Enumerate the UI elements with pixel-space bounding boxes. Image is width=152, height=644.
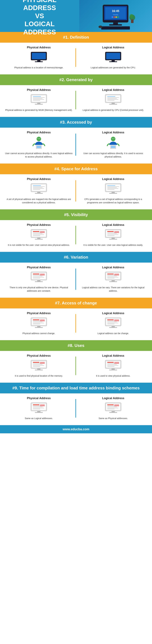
svg-rect-118	[33, 322, 43, 322]
svg-rect-110	[107, 277, 118, 278]
svg-rect-32	[35, 104, 43, 104]
svg-rect-150	[107, 365, 118, 366]
svg-rect-131	[107, 324, 114, 324]
svg-rect-101	[33, 278, 40, 278]
svg-rect-146	[107, 362, 114, 363]
section-wrapper-generated-by: #2. Generated by Physical Address Physic…	[0, 74, 152, 117]
section-content-visibility: Physical Address It is not visible for t…	[0, 220, 152, 252]
svg-rect-23	[109, 61, 117, 62]
svg-rect-168	[107, 407, 117, 407]
svg-rect-10	[109, 24, 122, 26]
svg-rect-90	[107, 234, 118, 235]
section-content-space: Physical Address A set of physical addre…	[0, 174, 152, 209]
svg-rect-36	[107, 97, 119, 98]
svg-rect-128	[107, 322, 117, 322]
svg-rect-163	[35, 412, 43, 413]
svg-rect-166	[107, 404, 114, 405]
svg-rect-109	[114, 274, 119, 276]
logical-icon	[106, 136, 120, 150]
svg-rect-39	[107, 100, 114, 100]
svg-text:Tuesday: Tuesday	[113, 14, 118, 16]
svg-point-6	[113, 16, 115, 18]
logical-title: Logical Address	[102, 131, 124, 134]
logical-text: It is used to view physical address.	[96, 374, 130, 378]
physical-icon	[30, 402, 48, 414]
svg-point-53	[114, 138, 114, 139]
physical-half-visibility: Physical Address It is not visible for t…	[1, 223, 76, 247]
logical-text: It is visible for the user. User can vie…	[83, 244, 143, 247]
header-title-block: PhysicalAddressvsLogicalAddress	[0, 0, 79, 32]
logical-title: Logical Address	[102, 396, 124, 400]
physical-title: Physical Address	[27, 88, 51, 92]
physical-text: Physical address is generated by MUM (Me…	[5, 108, 73, 112]
monitor-colored-icon	[104, 317, 122, 329]
physical-text: Same as Logical addresses.	[25, 417, 53, 420]
monitor-colored-icon	[104, 402, 122, 414]
svg-rect-96	[33, 274, 39, 274]
section-wrapper-access-change: #7. Access of change Physical Address Ph…	[0, 298, 152, 340]
physical-text: Physical address cannot change.	[22, 332, 55, 335]
physical-title: Physical Address	[27, 178, 51, 181]
section-wrapper-variation: #6. Variation Physical Address There is …	[0, 252, 152, 298]
svg-point-7	[115, 16, 117, 18]
physical-icon	[30, 94, 48, 106]
footer: www.educba.com	[0, 425, 152, 433]
svg-rect-68	[107, 186, 119, 187]
header: PhysicalAddressvsLogicalAddress 16:45 Tu…	[0, 0, 152, 32]
svg-point-5	[112, 16, 113, 18]
section-content-uses: Physical Address It is used to find phys…	[0, 351, 152, 382]
monitor-doc-icon	[104, 183, 122, 195]
physical-icon	[30, 317, 48, 330]
logical-icon	[104, 183, 122, 195]
svg-rect-27	[33, 97, 45, 98]
person-icon	[106, 136, 120, 149]
svg-point-46	[39, 138, 40, 139]
logical-icon	[104, 271, 122, 284]
svg-rect-119	[40, 320, 45, 321]
svg-rect-121	[33, 324, 40, 324]
physical-text: User cannot access physical address dire…	[5, 152, 73, 158]
svg-rect-106	[107, 274, 114, 274]
physical-icon	[30, 183, 48, 195]
svg-rect-67	[107, 185, 115, 186]
svg-rect-26	[33, 96, 41, 97]
monitor-colored-icon	[104, 360, 122, 371]
monitor-doc-icon	[30, 94, 48, 106]
section-content-generated-by: Physical Address Physical address is gen…	[0, 85, 152, 116]
svg-point-49	[111, 137, 115, 141]
section-content-time: Physical Address Same as Logical address…	[0, 394, 152, 425]
svg-rect-71	[107, 189, 114, 190]
svg-rect-11	[101, 26, 130, 30]
section-wrapper-definition: #1. Definition Physical Address Physical…	[0, 32, 152, 74]
logical-title: Logical Address	[102, 88, 124, 92]
svg-rect-161	[33, 409, 40, 409]
svg-rect-14	[131, 20, 134, 23]
computer-desk-svg: 16:45 Tuesday	[93, 2, 138, 30]
physical-text: It is not visible for the user. User can…	[8, 244, 70, 247]
logical-icon	[104, 228, 122, 241]
svg-rect-148	[107, 364, 117, 365]
svg-rect-170	[107, 408, 118, 408]
person-icon	[32, 136, 46, 149]
physical-title: Physical Address	[27, 396, 51, 400]
physical-half-definition: Physical Address Physical address is a l…	[1, 46, 76, 69]
svg-rect-70	[107, 188, 118, 189]
logical-icon	[104, 94, 122, 106]
section-wrapper-accessed-by: #3. Accessed by Physical Address User ca…	[0, 117, 152, 164]
section-header-time: #9. Time for compilation and load time a…	[0, 383, 152, 394]
physical-half-access-change: Physical Address Physical address cannot…	[1, 312, 76, 335]
section-header-variation: #6. Variation	[0, 252, 152, 262]
logical-half-accessed-by: Logical Address User can access logical …	[76, 131, 151, 158]
physical-title: Physical Address	[27, 266, 51, 269]
svg-rect-19	[35, 61, 43, 62]
logical-title: Logical Address	[102, 266, 124, 269]
svg-rect-159	[40, 404, 45, 406]
svg-rect-129	[114, 320, 119, 321]
svg-rect-55	[111, 146, 115, 148]
monitor-colored-icon	[30, 317, 48, 329]
section-wrapper-space: #4. Space for Address Physical Address A…	[0, 164, 152, 210]
svg-rect-86	[107, 231, 114, 232]
svg-rect-35	[107, 96, 115, 97]
physical-title: Physical Address	[27, 312, 51, 315]
header-image: 16:45 Tuesday	[79, 0, 152, 32]
